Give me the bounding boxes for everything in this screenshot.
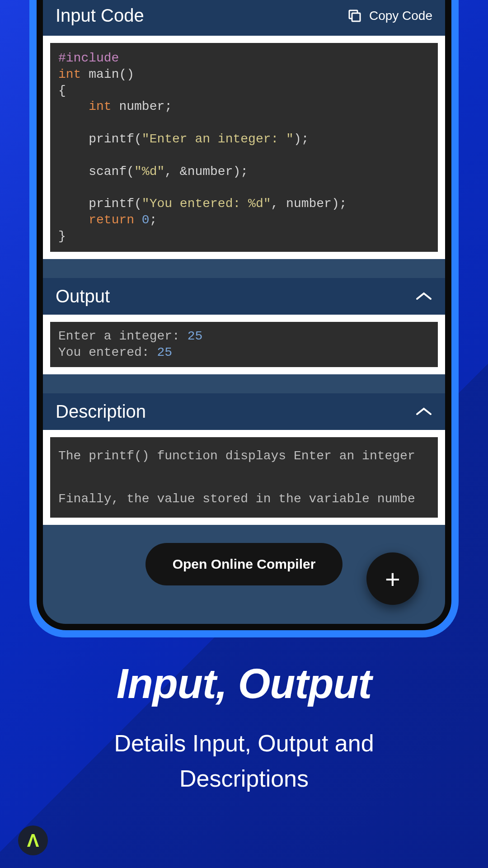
output-panel: Enter a integer: 25 You entered: 25 (43, 315, 445, 374)
open-compiler-button[interactable]: Open Online Compiler (145, 543, 343, 585)
phone-frame: Input Code Copy Code #include int main()… (29, 0, 459, 637)
promo-text: Input, Output Details Input, Output and … (0, 660, 488, 796)
promo-title: Input, Output (0, 660, 488, 708)
svg-rect-0 (352, 13, 360, 21)
chevron-up-icon (415, 406, 432, 416)
input-code-header: Input Code Copy Code (43, 0, 445, 36)
input-code-panel: #include int main() { int number; printf… (43, 36, 445, 259)
description-panel: The printf() function displays Enter an … (43, 430, 445, 525)
copy-code-button[interactable]: Copy Code (347, 8, 432, 24)
output-header[interactable]: Output (43, 278, 445, 315)
code-block: #include int main() { int number; printf… (50, 43, 438, 252)
description-block: The printf() function displays Enter an … (50, 437, 438, 518)
description-header[interactable]: Description (43, 393, 445, 430)
fab-add-button[interactable]: + (366, 552, 419, 605)
output-block: Enter a integer: 25 You entered: 25 (50, 322, 438, 367)
plus-icon: + (385, 564, 400, 594)
copy-code-label: Copy Code (369, 9, 432, 23)
copy-icon (347, 8, 363, 24)
lambda-icon: Λ (27, 830, 39, 851)
description-title: Description (56, 401, 146, 422)
input-code-title: Input Code (56, 5, 144, 26)
output-title: Output (56, 286, 110, 307)
app-badge: Λ (18, 826, 48, 855)
app-screen: Input Code Copy Code #include int main()… (43, 0, 445, 624)
promo-subtitle: Details Input, Output and Descriptions (0, 726, 488, 796)
chevron-up-icon (415, 291, 432, 301)
